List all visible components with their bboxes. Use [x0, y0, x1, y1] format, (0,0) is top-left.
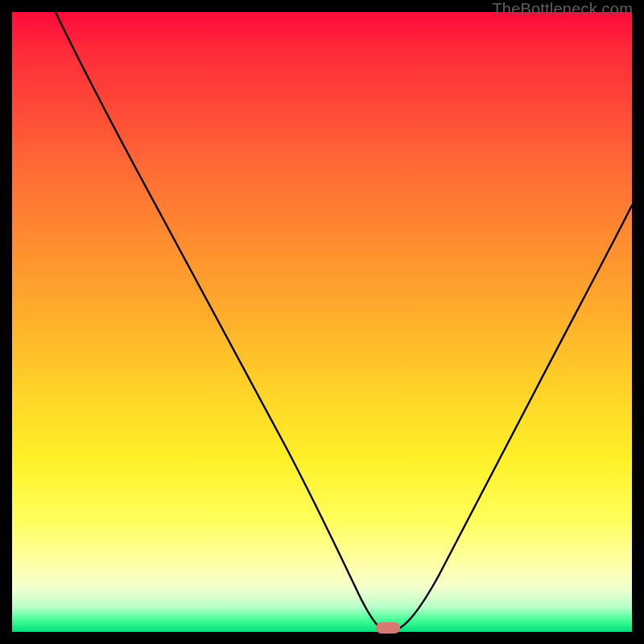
bottleneck-curve [56, 12, 632, 629]
chart-frame: TheBottleneck.com [0, 0, 644, 644]
watermark-text: TheBottleneck.com [492, 0, 633, 19]
optimum-marker [376, 622, 400, 634]
plot-area [12, 12, 632, 632]
curve-svg [12, 12, 632, 632]
